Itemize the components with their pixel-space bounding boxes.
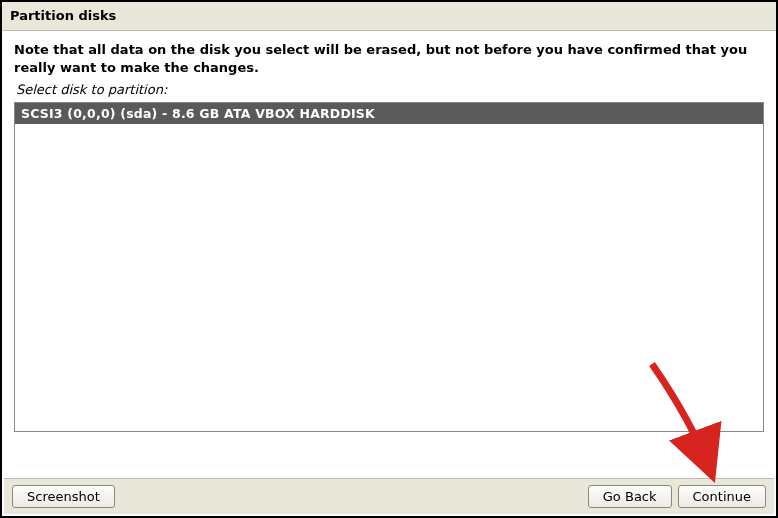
disk-listbox[interactable]: SCSI3 (0,0,0) (sda) - 8.6 GB ATA VBOX HA… [14, 102, 764, 432]
select-disk-label: Select disk to partition: [16, 82, 764, 97]
title-bar: Partition disks [2, 2, 776, 31]
footer-right: Go Back Continue [588, 485, 766, 508]
footer-left: Screenshot [12, 485, 115, 508]
window-title: Partition disks [10, 8, 116, 23]
continue-button[interactable]: Continue [678, 485, 766, 508]
disk-item-selected[interactable]: SCSI3 (0,0,0) (sda) - 8.6 GB ATA VBOX HA… [15, 103, 763, 124]
warning-note: Note that all data on the disk you selec… [14, 41, 764, 76]
go-back-button[interactable]: Go Back [588, 485, 672, 508]
content-area: Note that all data on the disk you selec… [2, 31, 776, 432]
screenshot-button[interactable]: Screenshot [12, 485, 115, 508]
footer-bar: Screenshot Go Back Continue [4, 478, 774, 514]
